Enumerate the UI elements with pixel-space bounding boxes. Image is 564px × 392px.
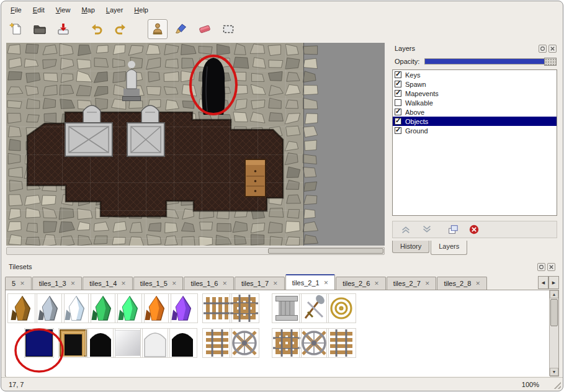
undo-button[interactable] (87, 19, 107, 39)
menu-layer[interactable]: Layer (101, 4, 129, 16)
opacity-slider-fill (425, 59, 556, 64)
tileset-scrollbar-thumb[interactable] (550, 299, 558, 326)
close-panel-button[interactable] (548, 45, 557, 53)
tileset-tab-tiles_1_3[interactable]: tiles_1_3 ✕ (32, 277, 83, 290)
scroll-down-button[interactable]: ▼ (550, 368, 558, 376)
opacity-slider-handle[interactable] (544, 58, 557, 66)
map-scrollbar-thumb[interactable] (268, 248, 383, 254)
app-window: FileEditViewMapLayerHelp Layers Opacity:… (1, 1, 563, 391)
layer-visibility-checkbox[interactable] (395, 90, 401, 97)
map-viewport[interactable] (6, 43, 385, 246)
layer-label: Spawn (405, 81, 426, 88)
tab-scroll-right-button[interactable]: ▶ (548, 276, 559, 289)
float-panel-button[interactable] (539, 45, 547, 53)
tilesets-panel: Tilesets 5 ✕ tiles_1_3 ✕ tiles_1_4 ✕ til… (4, 261, 560, 378)
tab-close-icon[interactable]: ✕ (324, 280, 329, 286)
tab-close-icon[interactable]: ✕ (121, 280, 126, 287)
duplicate-layer-button[interactable] (445, 223, 461, 236)
tab-scroll-left-button[interactable]: ◀ (538, 276, 548, 289)
close-tilesets-button[interactable] (547, 263, 555, 271)
menu-map[interactable]: Map (76, 4, 100, 16)
new-map-button[interactable] (6, 19, 26, 39)
tab-close-icon[interactable]: ✕ (475, 280, 480, 287)
undo-icon (90, 22, 104, 36)
tab-close-icon[interactable]: ✕ (374, 280, 379, 287)
resize-grip[interactable] (553, 381, 561, 389)
layer-row-above[interactable]: Above (393, 107, 557, 117)
eraser-tool-button[interactable] (195, 19, 215, 39)
menu-file[interactable]: File (5, 4, 27, 16)
tileset-tab-tiles_1_6[interactable]: tiles_1_6 ✕ (184, 277, 234, 290)
tab-close-icon[interactable]: ✕ (223, 280, 228, 287)
tileset-tab-5[interactable]: 5 ✕ (5, 277, 32, 290)
save-button[interactable] (53, 19, 73, 39)
tileset-tab-tiles_2_7[interactable]: tiles_2_7 ✕ (387, 277, 437, 290)
tileset-tab-label: tiles_2_1 (292, 279, 320, 287)
tileset-tab-tiles_1_5[interactable]: tiles_1_5 ✕ (133, 277, 184, 290)
move-layer-up-button[interactable] (398, 223, 414, 236)
tilesets-panel-titlebar: Tilesets (4, 261, 560, 273)
opacity-label: Opacity: (395, 58, 419, 65)
tab-close-icon[interactable]: ✕ (71, 280, 76, 287)
delete-layer-button[interactable] (466, 223, 482, 236)
tileset-tab-bar: 5 ✕ tiles_1_3 ✕ tiles_1_4 ✕ tiles_1_5 ✕ … (5, 274, 534, 290)
tab-close-icon[interactable]: ✕ (425, 280, 430, 287)
panel-tab-history[interactable]: History (392, 241, 429, 253)
tileset-tab-tiles_2_1[interactable]: tiles_2_1 ✕ (285, 274, 336, 290)
arrow-left-icon: ◀ (542, 280, 545, 285)
layers-panel-titlebar: Layers (390, 42, 562, 55)
zoom-level: 100% (522, 381, 539, 388)
brush-tool-button[interactable] (171, 19, 191, 39)
layer-row-keys[interactable]: Keys (393, 70, 557, 79)
layer-visibility-checkbox[interactable] (395, 99, 401, 106)
layer-visibility-checkbox[interactable] (395, 71, 401, 78)
menu-edit[interactable]: Edit (27, 4, 50, 16)
cursor-coordinates: 17, 7 (9, 381, 522, 388)
layer-visibility-checkbox[interactable] (395, 118, 401, 125)
tileset-tab-tiles_1_4[interactable]: tiles_1_4 ✕ (83, 277, 133, 290)
save-icon (56, 22, 70, 36)
layers-copy-icon (447, 224, 459, 235)
select-tool-button[interactable] (218, 19, 238, 39)
float-tilesets-button[interactable] (537, 263, 545, 271)
move-layer-down-button[interactable] (419, 223, 435, 236)
tileset-tab-tiles_2_8[interactable]: tiles_2_8 ✕ (437, 277, 487, 290)
tileset-tab-label: tiles_1_5 (140, 280, 168, 287)
tileset-tab-tiles_2_6[interactable]: tiles_2_6 ✕ (336, 277, 386, 290)
opacity-slider[interactable] (424, 58, 557, 65)
panel-tab-layers[interactable]: Layers (431, 241, 467, 255)
layer-row-mapevents[interactable]: Mapevents (393, 89, 557, 98)
layer-visibility-checkbox[interactable] (395, 81, 401, 87)
open-button[interactable] (30, 19, 50, 39)
tileset-tab-label: tiles_1_7 (241, 280, 269, 287)
tab-close-icon[interactable]: ✕ (172, 280, 177, 287)
layer-visibility-checkbox[interactable] (395, 109, 401, 115)
menu-bar: FileEditViewMapLayerHelp (5, 4, 154, 16)
menu-view[interactable]: View (50, 4, 76, 16)
tileset-canvas[interactable] (6, 291, 550, 376)
layer-row-objects[interactable]: Objects (393, 117, 557, 126)
menu-help[interactable]: Help (128, 4, 154, 16)
scroll-up-button[interactable]: ▲ (550, 290, 558, 298)
chevron-up-icon (400, 224, 411, 235)
layer-label: Ground (405, 127, 428, 135)
layer-visibility-checkbox[interactable] (395, 127, 401, 134)
tileset-tab-label: 5 (12, 280, 16, 287)
redo-button[interactable] (110, 19, 130, 39)
tileset-vertical-scrollbar[interactable]: ▲ ▼ (549, 290, 558, 376)
layers-panel-title: Layers (395, 45, 537, 52)
arrow-down-icon: ▼ (552, 370, 557, 374)
tab-close-icon[interactable]: ✕ (20, 280, 25, 287)
arrow-right-icon: ▶ (552, 280, 555, 285)
open-folder-icon (33, 22, 47, 36)
layer-row-ground[interactable]: Ground (393, 126, 557, 135)
stamp-tool-button[interactable] (148, 19, 168, 39)
layer-row-spawn[interactable]: Spawn (393, 79, 557, 89)
chevron-down-icon (421, 224, 432, 235)
map-horizontal-scrollbar[interactable] (6, 247, 385, 255)
marquee-select-icon (222, 22, 235, 36)
tab-close-icon[interactable]: ✕ (273, 280, 278, 287)
map-canvas[interactable] (6, 43, 385, 246)
layer-row-walkable[interactable]: Walkable (393, 98, 557, 107)
tileset-tab-tiles_1_7[interactable]: tiles_1_7 ✕ (235, 277, 285, 290)
